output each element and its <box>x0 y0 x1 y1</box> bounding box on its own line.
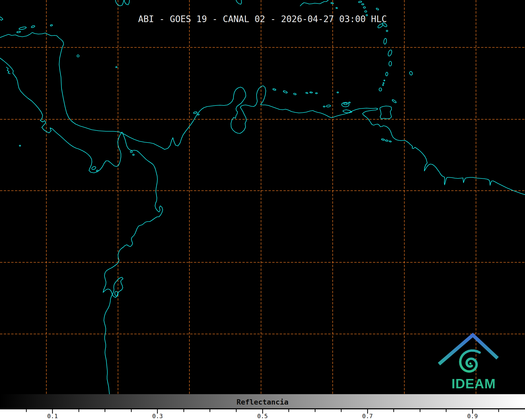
island-outline <box>389 61 392 66</box>
island-outline <box>343 110 352 113</box>
island-outline <box>19 145 21 146</box>
island-outline <box>387 50 392 57</box>
island-outline <box>349 102 350 103</box>
colorbar-minor-tick <box>105 409 105 412</box>
island-outline <box>359 1 362 3</box>
island-outline <box>331 2 334 4</box>
colorbar-minor-tick <box>236 409 237 412</box>
colorbar-tick-label: 0.5 <box>257 413 268 419</box>
island-outline <box>384 38 387 44</box>
island-outline <box>409 71 413 75</box>
colorbar-gradient: Reflectancia <box>0 394 525 408</box>
colorbar-tick-label: 0.3 <box>152 413 163 419</box>
island-outline <box>363 7 365 8</box>
island-outline <box>197 114 199 115</box>
island-outline <box>376 8 379 10</box>
colorbar-tick-label: 0.9 <box>467 413 478 419</box>
island-outline <box>386 30 388 32</box>
island-outline <box>91 166 96 170</box>
colorbar-minor-tick <box>288 409 289 412</box>
island-outline <box>365 11 367 12</box>
colorbar-axis: 0.10.30.50.70.9 <box>0 409 525 420</box>
island-outline <box>379 88 382 91</box>
island-outline <box>385 72 388 76</box>
colorbar-minor-tick <box>446 409 447 412</box>
colorbar-tick-label: 0.1 <box>47 413 58 419</box>
island-outline <box>384 80 385 81</box>
island-outline <box>316 93 318 94</box>
island-outline <box>337 92 339 93</box>
colorbar-minor-tick <box>26 409 27 412</box>
colorbar-minor-tick <box>210 409 210 412</box>
colorbar-minor-tick <box>315 409 315 412</box>
island-outline <box>389 141 392 142</box>
island-outline <box>283 90 287 93</box>
island-outline <box>326 105 331 107</box>
reflectance-colorbar: Reflectancia 0.10.30.50.70.9 <box>0 394 525 420</box>
coastline <box>0 58 163 394</box>
colorbar-minor-tick <box>420 409 420 412</box>
colorbar-minor-tick <box>78 409 79 412</box>
island-outline <box>382 84 384 85</box>
island-outline <box>133 154 134 156</box>
colorbar-minor-tick <box>183 409 184 412</box>
island-outline <box>31 25 35 28</box>
spiral-center-dot <box>469 362 471 365</box>
island-outline <box>17 31 21 33</box>
ideam-wordmark: IDEAM <box>442 376 506 392</box>
island-outline <box>193 112 197 114</box>
island-outline <box>362 4 364 5</box>
satellite-image-viewer: ABI - GOES 19 - CANAL 02 - 2026-04-27 03… <box>0 0 525 420</box>
colorbar-minor-tick <box>498 409 499 412</box>
map-title: ABI - GOES 19 - CANAL 02 - 2026-04-27 03… <box>0 14 525 24</box>
colorbar-tick-label: 0.7 <box>362 413 373 419</box>
island-outline <box>96 170 98 172</box>
island-outline <box>392 99 397 103</box>
colorbar-label: Reflectancia <box>0 398 525 406</box>
island-outline <box>273 88 276 91</box>
island-outline <box>50 25 53 26</box>
island-outline <box>385 140 388 142</box>
island-outline <box>77 55 79 57</box>
hurricane-spiral-icon <box>460 350 480 372</box>
island-outline <box>306 92 308 93</box>
coastline <box>236 0 242 4</box>
island-outline <box>293 93 296 95</box>
island-outline <box>381 138 385 141</box>
colorbar-minor-tick <box>131 409 132 412</box>
coastline <box>300 0 328 6</box>
island-outline <box>383 83 384 84</box>
coastline <box>115 0 129 6</box>
island-outline <box>116 67 117 68</box>
island-outline <box>310 92 312 93</box>
island-outline <box>344 103 347 105</box>
coastline <box>6 67 10 74</box>
island-outline <box>323 106 325 107</box>
colorbar-minor-tick <box>341 409 342 412</box>
ideam-logo: IDEAM <box>434 330 514 394</box>
colorbar-minor-tick <box>393 409 394 412</box>
island-outline <box>19 26 26 30</box>
island-outline <box>130 151 132 153</box>
island-outline <box>380 106 392 119</box>
island-outline <box>336 7 338 9</box>
satellite-map: ABI - GOES 19 - CANAL 02 - 2026-04-27 03… <box>0 0 525 394</box>
